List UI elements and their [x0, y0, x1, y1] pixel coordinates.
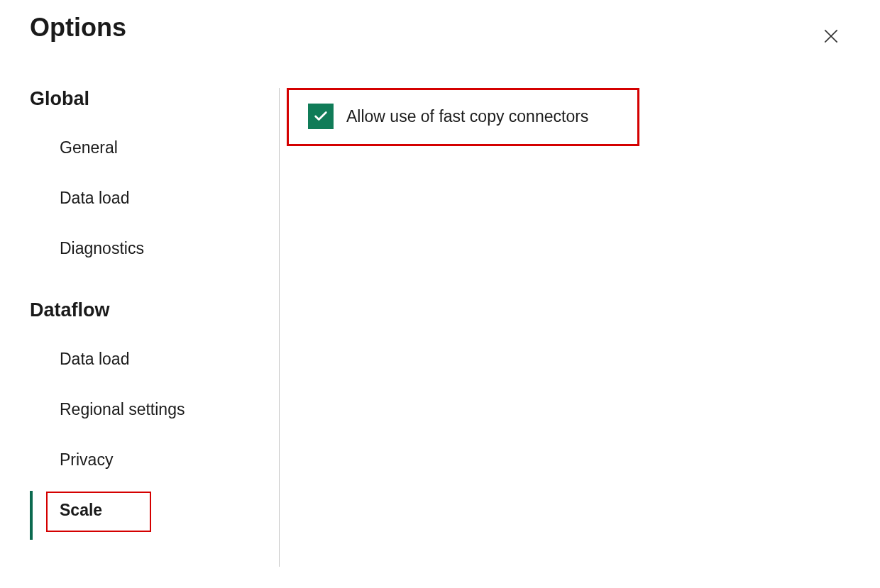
checkmark-icon [313, 109, 329, 124]
close-icon [822, 27, 840, 45]
sidebar-item-privacy[interactable]: Privacy [30, 445, 265, 475]
sidebar-item-dataflow-data-load[interactable]: Data load [30, 344, 265, 375]
sidebar-item-data-load[interactable]: Data load [30, 183, 265, 213]
sidebar-item-diagnostics[interactable]: Diagnostics [30, 233, 265, 264]
sidebar-item-regional-settings[interactable]: Regional settings [30, 394, 265, 425]
sidebar-section-global: Global [30, 88, 265, 110]
sidebar-item-scale[interactable]: Scale [30, 495, 265, 526]
sidebar-section-dataflow: Dataflow [30, 299, 265, 321]
page-title: Options [30, 13, 126, 43]
fast-copy-label: Allow use of fast copy connectors [346, 107, 588, 126]
sidebar: Global General Data load Diagnostics Dat… [30, 88, 280, 567]
content-panel: Allow use of fast copy connectors [280, 88, 610, 567]
sidebar-item-general[interactable]: General [30, 133, 265, 163]
close-button[interactable] [816, 21, 846, 54]
fast-copy-checkbox[interactable] [308, 104, 334, 129]
